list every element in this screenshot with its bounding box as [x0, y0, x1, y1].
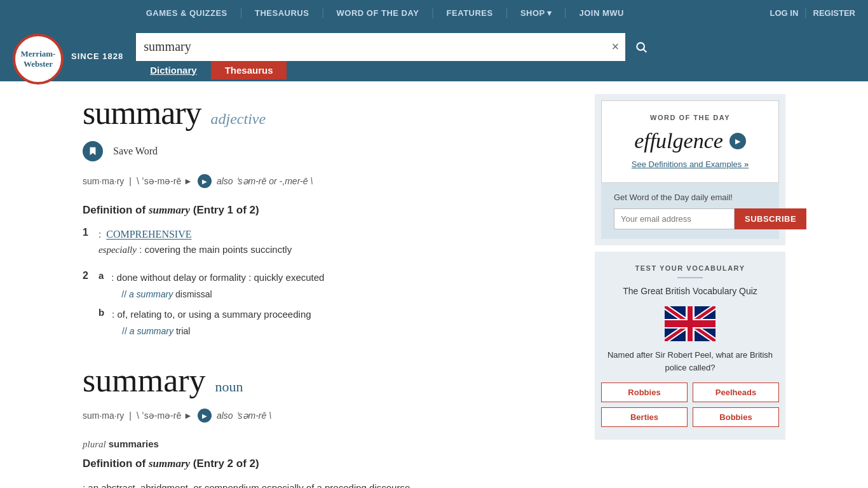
since-label: SINCE 1828: [71, 51, 123, 61]
def-num-1: 1: [83, 227, 88, 257]
definition-1: 1 : COMPREHENSIVE especially : covering …: [83, 227, 569, 257]
search-icon: [635, 41, 648, 53]
header-main: Merriam- Webster SINCE 1828 × Dictionary…: [0, 25, 868, 81]
save-word-text: Save Word: [113, 146, 158, 157]
word-title-1: summary: [83, 94, 201, 132]
word-header-1: summary adjective: [83, 94, 569, 132]
vocab-question: Named after Sir Robert Peel, what are Br…: [601, 349, 779, 374]
quiz-btn-robbies[interactable]: Robbies: [601, 383, 688, 402]
nav-shop[interactable]: SHOP ▾: [520, 8, 552, 18]
wotd-box: WORD OF THE DAY effulgence ▶ See Definit…: [601, 100, 779, 183]
search-tabs: Dictionary Thesaurus: [136, 61, 657, 79]
pron-ipa-1: \ ˈsə-mə-rē ►: [137, 176, 193, 186]
plural-label: plural: [83, 439, 106, 449]
search-input[interactable]: [136, 39, 605, 54]
wotd-email-label: Get Word of the Day daily email!: [614, 193, 766, 202]
header-auth: LOG IN | REGISTER: [770, 7, 855, 18]
subscribe-button[interactable]: SUBSCRIBE: [735, 208, 806, 229]
def-ab-group: a : done without delay or formality : qu…: [98, 270, 325, 336]
nav-join[interactable]: JOIN MWU: [579, 8, 623, 18]
nav-thesaurus[interactable]: THESAURUS: [255, 8, 309, 18]
email-input[interactable]: [614, 208, 735, 229]
quiz-btn-bobbies[interactable]: Bobbies: [693, 407, 779, 427]
nav-features[interactable]: FEATURES: [447, 8, 493, 18]
search-box: ×: [136, 33, 657, 61]
login-link[interactable]: LOG IN: [770, 8, 799, 18]
quiz-btn-peelheads[interactable]: Peelheads: [693, 383, 779, 402]
def-letter-a: a: [98, 270, 104, 299]
def-row-2: 2 a : done without delay or formality : …: [83, 270, 569, 336]
especially-label: especially: [98, 245, 137, 255]
wotd-word: effulgence ▶: [614, 129, 766, 153]
def-letter-b: b: [98, 307, 104, 336]
nav-wotd[interactable]: WORD OF THE DAY: [337, 8, 419, 18]
wotd-see-link: See Definitions and Examples »: [614, 158, 766, 170]
word-title-2: summary: [83, 362, 206, 399]
logo-link[interactable]: Merriam- Webster SINCE 1828: [13, 30, 123, 81]
def-2b: b : of, relating to, or using a summary …: [98, 307, 325, 336]
def-row-1: 1 : COMPREHENSIVE especially : covering …: [83, 227, 569, 257]
word-pos-2: noun: [215, 379, 243, 395]
word-pos-1: adjective: [211, 111, 266, 128]
syllables-1: sum·ma·ry: [83, 176, 124, 186]
definition-area: summary adjective Save Word sum·ma·ry | …: [83, 94, 569, 488]
logo-circle: Merriam- Webster: [13, 34, 64, 85]
sidebar: WORD OF THE DAY effulgence ▶ See Definit…: [595, 94, 785, 488]
main-content: summary adjective Save Word sum·ma·ry | …: [0, 81, 868, 488]
quiz-row-1: Robbies Peelheads: [601, 383, 779, 402]
wotd-label: WORD OF THE DAY: [614, 114, 766, 121]
vocab-divider: [677, 277, 703, 278]
plural-line: plural summaries: [83, 438, 569, 450]
vocab-label: TEST YOUR VOCABULARY: [601, 264, 779, 272]
quiz-row-2: Berties Bobbies: [601, 407, 779, 427]
pron-ipa-2: \ ˈsə-mə-rē ►: [137, 410, 193, 421]
def-text-1: :: [98, 229, 104, 240]
syllables-2: sum·ma·ry: [83, 410, 124, 421]
svg-rect-10: [665, 320, 715, 327]
wotd-speaker-button[interactable]: ▶: [729, 133, 746, 149]
wotd-email-area: Get Word of the Day daily email! SUBSCRI…: [601, 183, 779, 239]
vocab-quiz-title: The Great British Vocabulary Quiz: [601, 286, 779, 296]
def-example-2b: // a summary trial: [122, 326, 311, 336]
quiz-btn-berties[interactable]: Berties: [601, 407, 688, 427]
chevron-down-icon: ▾: [547, 8, 552, 18]
svg-point-0: [637, 43, 645, 50]
speaker-button-1[interactable]: ▶: [198, 174, 212, 188]
tab-dictionary[interactable]: Dictionary: [136, 61, 210, 79]
header-top-bar: GAMES & QUIZZES | THESAURUS | WORD OF TH…: [0, 0, 868, 25]
email-row: SUBSCRIBE: [614, 208, 766, 229]
top-nav: GAMES & QUIZZES | THESAURUS | WORD OF TH…: [146, 7, 624, 18]
sidebar-bg: WORD OF THE DAY effulgence ▶ See Definit…: [595, 94, 785, 245]
search-button[interactable]: [625, 33, 657, 61]
pron-alt-2: also ˈsəm-rē \: [217, 410, 271, 421]
clear-button[interactable]: ×: [606, 39, 626, 54]
pron-alt-1: also ˈsəm-rē or -ˌmer-ē \: [217, 176, 313, 186]
plural-word: summaries: [109, 438, 159, 449]
def-text-entry2: : an abstract, abridgment, or compendium…: [83, 480, 569, 488]
logo-text: Merriam- Webster: [21, 49, 56, 69]
pronunciation-2: sum·ma·ry | \ ˈsə-mə-rē ► ▶ also ˈsəm-rē…: [83, 409, 569, 423]
nav-games[interactable]: GAMES & QUIZZES: [146, 8, 227, 18]
def-2a: a : done without delay or formality : qu…: [98, 270, 325, 299]
pronunciation-1: sum·ma·ry | \ ˈsə-mə-rē ► ▶ also ˈsəm-rē…: [83, 174, 569, 188]
def-header-1: Definition of summary (Entry 1 of 2): [83, 204, 569, 217]
vocab-box: TEST YOUR VOCABULARY The Great British V…: [595, 252, 785, 440]
speaker-button-2[interactable]: ▶: [198, 409, 212, 423]
uk-flag-image: [665, 306, 715, 341]
word-header-2: summary noun: [83, 362, 569, 399]
svg-line-1: [644, 49, 647, 52]
save-word-area: Save Word: [83, 141, 569, 161]
def-example-2a: // a summary dismissal: [121, 289, 324, 299]
quiz-buttons: Robbies Peelheads Berties Bobbies: [601, 383, 779, 427]
see-definitions-link[interactable]: See Definitions and Examples »: [632, 159, 749, 169]
def-text-2b: : of, relating to, or using a summary pr…: [112, 309, 311, 320]
def-text-2a: : done without delay or formality : quic…: [111, 272, 324, 283]
comprehensive-link[interactable]: COMPREHENSIVE: [106, 229, 191, 240]
bookmark-button[interactable]: [83, 141, 103, 161]
definition-2: 2 a : done without delay or formality : …: [83, 270, 569, 336]
def-content-1: : COMPREHENSIVE especially : covering th…: [98, 227, 292, 257]
register-link[interactable]: REGISTER: [813, 8, 855, 18]
tab-thesaurus[interactable]: Thesaurus: [211, 61, 287, 79]
search-area: × Dictionary Thesaurus: [136, 33, 657, 79]
def-num-2: 2: [83, 270, 88, 336]
